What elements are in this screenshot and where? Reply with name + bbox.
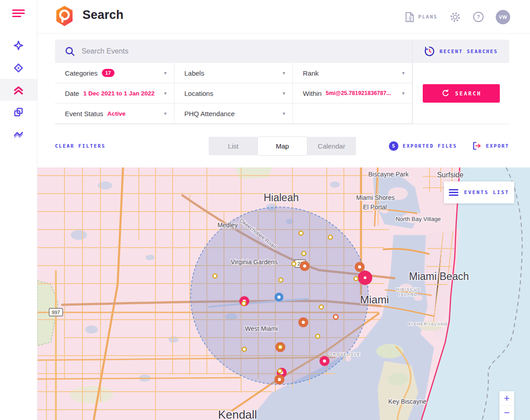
search-input[interactable] — [82, 47, 334, 55]
filter-event-status[interactable]: Event Status Active ▼ — [55, 104, 174, 124]
chevron-down-icon: ▼ — [282, 91, 286, 96]
chevron-down-icon: ▼ — [282, 111, 286, 116]
events-list-button[interactable]: EVENTS LIST — [444, 181, 514, 203]
filter-locations[interactable]: Locations ▼ — [174, 83, 293, 104]
export-button[interactable]: EXPORT — [472, 141, 509, 150]
page-title: Search — [82, 8, 123, 22]
history-clock-icon — [424, 46, 435, 57]
event-status-label: Event Status — [65, 110, 103, 117]
event-marker-yellow[interactable] — [213, 274, 217, 278]
map-place-label: Biscayne Park — [368, 171, 409, 178]
map-place-label: Surfside — [437, 171, 464, 179]
rank-label: Rank — [303, 69, 319, 77]
plans-button[interactable]: PLANS — [405, 12, 438, 23]
filter-date[interactable]: Date 1 Dec 2021 to 1 Jan 2022 ▼ — [55, 83, 174, 104]
view-toggle-map[interactable]: Map — [258, 137, 307, 155]
map-place-label: GROVE ISLE — [329, 352, 361, 357]
list-icon — [449, 188, 458, 197]
clear-filters-button[interactable]: CLEAR FILTERS — [55, 143, 105, 149]
view-toggle-list[interactable]: List — [209, 137, 258, 155]
wave-icon — [13, 128, 24, 140]
export-icon — [472, 141, 482, 150]
event-marker-yellow[interactable] — [242, 348, 247, 352]
event-marker-yellow[interactable] — [279, 345, 283, 349]
filter-rank[interactable]: Rank ▼ — [293, 63, 412, 83]
map-place-label: Kendall — [218, 408, 257, 420]
zoom-in-button[interactable]: + — [499, 391, 514, 406]
map-place-label: FISHER ISLAND — [408, 322, 448, 326]
filter-labels[interactable]: Labels ▼ — [174, 63, 293, 83]
sidebar-item-integrations[interactable] — [0, 101, 37, 123]
event-marker-pink[interactable] — [320, 356, 329, 366]
map-place-label: Miami Shores — [356, 194, 395, 201]
chevron-down-icon: ▼ — [163, 91, 168, 96]
events-list-label: EVENTS LIST — [464, 190, 509, 195]
sidebar-item-insights[interactable] — [0, 35, 37, 57]
event-marker-orange[interactable] — [355, 262, 365, 272]
recent-searches-label: RECENT SEARCHES — [439, 49, 498, 54]
search-icon — [65, 46, 75, 57]
plans-label: PLANS — [418, 14, 438, 20]
map-zoom-controls: + − — [499, 391, 514, 420]
search-button[interactable]: SEARCH — [423, 84, 500, 103]
event-marker-yellow[interactable] — [278, 369, 282, 373]
sidebar-item-data-exports[interactable] — [0, 57, 37, 79]
exported-files-count: 5 — [389, 141, 398, 151]
predicthq-logo — [55, 5, 74, 27]
event-marker-blue[interactable] — [274, 293, 283, 302]
event-marker-orange[interactable] — [298, 317, 308, 327]
double-chevron-up-icon — [12, 84, 25, 96]
app-header: Search PLANS ? VW — [37, 0, 530, 34]
svg-text:997: 997 — [52, 310, 60, 315]
sidebar-item-search-active[interactable] — [0, 79, 37, 101]
recent-searches-button[interactable]: RECENT SEARCHES — [412, 40, 509, 63]
document-icon — [405, 12, 415, 23]
event-marker-yellow[interactable] — [320, 305, 324, 309]
event-marker-yellow[interactable] — [242, 302, 246, 306]
map-place-label: Hialeah — [264, 192, 299, 203]
event-marker-yellow[interactable] — [316, 334, 320, 339]
filter-categories[interactable]: Categories 17 ▼ — [55, 63, 174, 83]
zoom-out-button[interactable]: − — [499, 406, 514, 420]
chevron-down-icon: ▼ — [401, 91, 406, 96]
event-marker-orange[interactable] — [300, 261, 310, 271]
date-value: 1 Dec 2021 to 1 Jan 2022 — [83, 90, 155, 97]
categories-label: Categories — [65, 69, 98, 77]
diamond-icon — [13, 62, 24, 74]
map-place-label: ISLAND — [399, 292, 418, 297]
event-marker-orange[interactable] — [274, 375, 284, 384]
event-marker-orange-ring[interactable] — [334, 315, 338, 319]
event-marker-yellow[interactable] — [354, 277, 358, 281]
filter-phq-attendance[interactable]: PHQ Attendance ▼ — [174, 104, 293, 124]
event-marker-yellow[interactable] — [279, 278, 283, 282]
event-marker-yellow[interactable] — [292, 262, 296, 266]
filter-empty-cell — [293, 104, 412, 124]
search-bar: RECENT SEARCHES — [55, 40, 509, 63]
chevron-down-icon: ▼ — [401, 71, 406, 76]
svg-text:?: ? — [477, 14, 480, 20]
map-place-label: Miami Beach — [409, 271, 469, 282]
map-view[interactable]: HialeahBiscayne ParkSurfsideMiami Shores… — [37, 167, 530, 420]
help-icon[interactable]: ? — [473, 11, 484, 23]
event-marker-yellow[interactable] — [302, 252, 306, 256]
event-marker-yellow[interactable] — [329, 235, 333, 239]
within-label: Within — [303, 90, 322, 97]
event-marker-pink-large[interactable] — [358, 271, 372, 285]
map-place-label: North Bay Village — [396, 216, 441, 222]
sparkle-icon — [13, 40, 24, 52]
sidebar-item-usage[interactable] — [0, 123, 37, 145]
user-avatar[interactable]: VW — [496, 10, 510, 24]
map-place-label: Medley — [217, 221, 238, 229]
menu-hamburger-icon[interactable] — [12, 9, 25, 19]
settings-gear-icon[interactable] — [449, 11, 461, 23]
map-place-label: Miami — [360, 294, 389, 306]
filter-grid: Categories 17 ▼ Labels ▼ Rank ▼ Date 1 D… — [55, 63, 509, 124]
search-input-area[interactable] — [55, 40, 412, 63]
view-toggle-calendar[interactable]: Calendar — [307, 137, 356, 155]
event-marker-yellow[interactable] — [299, 231, 303, 235]
map-place-label: West Miami — [245, 325, 278, 332]
labels-label: Labels — [184, 69, 204, 77]
filter-within[interactable]: Within 5mi@25.781921836787... ▼ — [293, 83, 412, 104]
exported-files-button[interactable]: 5 EXPORTED FILES — [389, 141, 457, 151]
road-shield: 997 — [49, 308, 63, 316]
